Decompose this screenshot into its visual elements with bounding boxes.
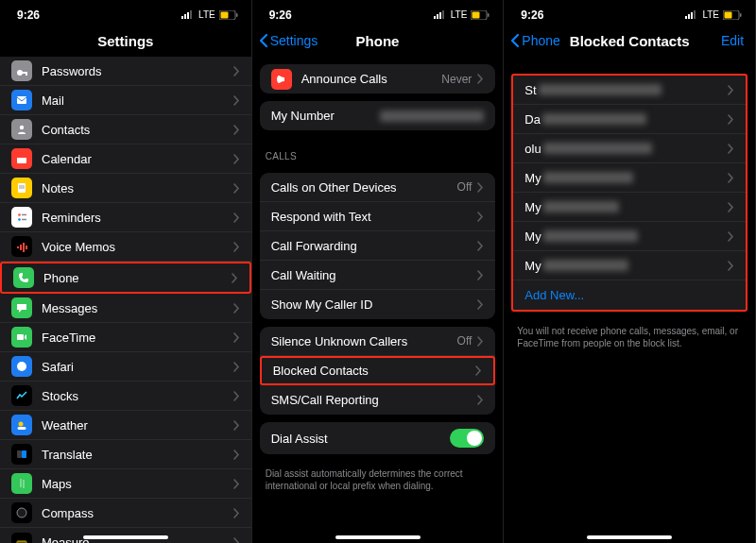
svg-rect-6 [236, 13, 238, 17]
stocks-icon [11, 385, 32, 406]
row-label: Add New... [524, 288, 734, 302]
chevron-left-icon [509, 33, 520, 48]
chevron-right-icon [477, 336, 484, 347]
row-label: SMS/Call Reporting [271, 393, 478, 407]
contact-name: olu [524, 142, 728, 156]
back-button[interactable]: Phone [509, 33, 559, 48]
row-respond-with-text[interactable]: Respond with Text [260, 202, 496, 231]
row-silence-unknown-callers[interactable]: Silence Unknown CallersOff [260, 327, 496, 356]
chevron-right-icon [477, 241, 484, 251]
settings-row-mail[interactable]: Mail [0, 86, 251, 115]
redacted-number [380, 110, 484, 122]
settings-row-translate[interactable]: Translate [0, 440, 251, 469]
row-announce-calls[interactable]: Announce Calls Never [260, 64, 496, 93]
chevron-right-icon [477, 74, 484, 84]
chevron-right-icon [232, 273, 238, 283]
settings-row-compass[interactable]: Compass [0, 499, 251, 528]
settings-row-safari[interactable]: Safari [0, 352, 251, 382]
blocked-contact-row[interactable]: olu [513, 134, 746, 163]
blocked-contact-row[interactable]: My [513, 251, 746, 280]
chevron-right-icon [728, 173, 734, 183]
chevron-right-icon [477, 395, 484, 405]
announce-icon [271, 69, 292, 90]
svg-point-22 [17, 362, 26, 371]
settings-row-notes[interactable]: Notes [0, 174, 251, 203]
settings-row-messages[interactable]: Messages [0, 294, 251, 323]
svg-rect-3 [190, 10, 192, 19]
contact-name: St [524, 83, 728, 97]
row-label: Maps [42, 477, 233, 491]
chevron-right-icon [233, 125, 240, 135]
svg-rect-9 [26, 72, 27, 76]
settings-row-facetime[interactable]: FaceTime [0, 323, 251, 352]
contact-name: Da [524, 112, 728, 127]
back-label: Phone [522, 33, 559, 48]
blocked-contact-row[interactable]: My [513, 222, 746, 251]
row-blocked-contacts[interactable]: Blocked Contacts [260, 356, 496, 385]
status-bar: 9:26 LTE [0, 0, 251, 25]
chevron-right-icon [233, 212, 240, 223]
row-sms-call-reporting[interactable]: SMS/Call Reporting [260, 385, 496, 415]
settings-row-weather[interactable]: Weather [0, 411, 251, 440]
mail-icon [11, 90, 32, 110]
row-dial-assist[interactable]: Dial Assist [260, 422, 496, 454]
row-label: Calendar [42, 152, 233, 166]
svg-rect-44 [725, 11, 732, 18]
settings-list[interactable]: PasswordsMailContactsCalendarNotesRemind… [0, 57, 251, 543]
row-label: Show My Caller ID [271, 297, 478, 312]
safari-icon [11, 356, 32, 377]
weather-icon [11, 415, 32, 435]
battery-icon [723, 10, 742, 20]
row-label: Contacts [42, 123, 233, 137]
settings-row-contacts[interactable]: Contacts [0, 115, 251, 144]
settings-row-phone[interactable]: Phone [0, 262, 251, 294]
chevron-right-icon [233, 154, 240, 164]
add-new-blocked[interactable]: Add New... [513, 280, 746, 310]
phone-icon [13, 267, 34, 288]
back-button[interactable]: Settings [258, 33, 318, 48]
blocked-contacts-content[interactable]: StDaoluMyMyMyMyAdd New... You will not r… [504, 57, 755, 543]
settings-row-stocks[interactable]: Stocks [0, 382, 251, 411]
settings-row-calendar[interactable]: Calendar [0, 144, 251, 174]
svg-rect-42 [694, 10, 696, 19]
row-call-forwarding[interactable]: Call Forwarding [260, 231, 496, 261]
blocked-contact-row[interactable]: My [513, 193, 746, 222]
chevron-right-icon [477, 270, 484, 280]
key-icon [11, 60, 32, 81]
chevron-left-icon [258, 33, 268, 48]
row-value: Never [441, 73, 472, 86]
settings-row-maps[interactable]: Maps [0, 469, 251, 499]
blocked-contact-row[interactable]: St [513, 76, 746, 105]
row-label: FaceTime [42, 331, 233, 345]
blocked-note: You will not receive phone calls, messag… [504, 319, 755, 355]
dial-assist-toggle[interactable] [450, 429, 484, 448]
chevron-right-icon [233, 420, 240, 431]
compass-icon [11, 502, 32, 523]
settings-row-voice-memos[interactable]: Voice Memos [0, 232, 251, 262]
row-calls-on-other-devices[interactable]: Calls on Other DevicesOff [260, 173, 496, 202]
phone-settings-content[interactable]: Announce Calls Never My Number CALLS Cal… [252, 57, 504, 543]
chevron-right-icon [233, 66, 240, 76]
blocked-contact-row[interactable]: Da [513, 105, 746, 134]
edit-button[interactable]: Edit [721, 33, 744, 48]
svg-rect-5 [220, 11, 228, 18]
screen-phone-settings: 9:26 LTE Settings Phone Announce Calls N… [252, 0, 505, 543]
row-call-waiting[interactable]: Call Waiting [260, 261, 496, 290]
settings-row-passwords[interactable]: Passwords [0, 57, 251, 86]
row-label: Voice Memos [42, 240, 233, 254]
home-indicator[interactable] [83, 535, 168, 539]
chevron-right-icon [233, 242, 240, 252]
page-title: Blocked Contacts [570, 33, 690, 49]
blocked-contact-row[interactable]: My [513, 163, 746, 193]
chevron-right-icon [477, 299, 484, 310]
chevron-right-icon [233, 508, 240, 518]
row-label: Announce Calls [301, 72, 442, 86]
chevron-right-icon [233, 537, 240, 543]
row-label: Passwords [42, 64, 233, 78]
row-show-my-caller-id[interactable]: Show My Caller ID [260, 290, 496, 319]
svg-rect-34 [439, 12, 441, 19]
settings-row-reminders[interactable]: Reminders [0, 203, 251, 232]
home-indicator[interactable] [587, 535, 672, 539]
row-my-number[interactable]: My Number [260, 101, 496, 130]
home-indicator[interactable] [335, 535, 421, 539]
